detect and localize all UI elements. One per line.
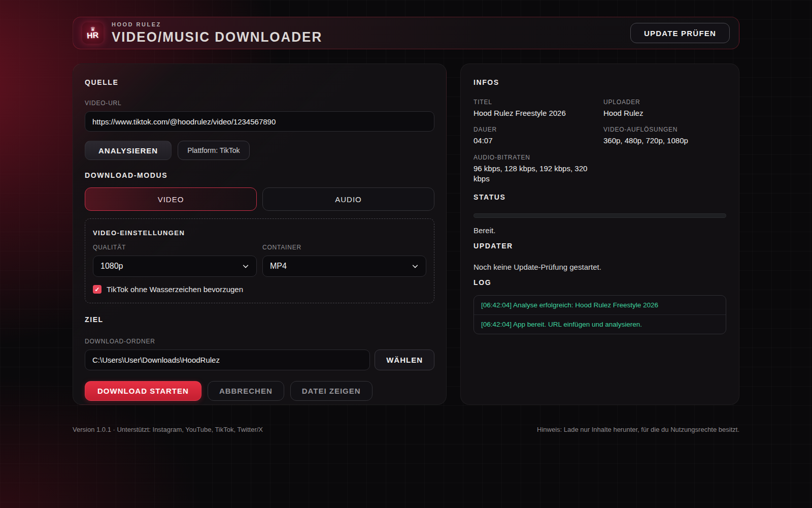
chevron-down-icon bbox=[412, 263, 419, 270]
tab-video[interactable]: VIDEO bbox=[85, 187, 257, 211]
video-url-input[interactable] bbox=[85, 111, 434, 132]
section-title-ziel: ZIEL bbox=[85, 315, 434, 324]
app-title: VIDEO/MUSIC DOWNLOADER bbox=[112, 28, 322, 45]
container-label: CONTAINER bbox=[262, 244, 426, 251]
log-entry: [06:42:04] App bereit. URL einfügen und … bbox=[474, 314, 726, 334]
video-settings-title: VIDEO-EINSTELLUNGEN bbox=[93, 229, 426, 237]
watermark-checkbox-label[interactable]: TikTok ohne Wasserzeichen bevorzugen bbox=[107, 285, 243, 294]
info-label: UPLOADER bbox=[603, 99, 726, 106]
footer: Version 1.0.1 · Unterstützt: Instagram, … bbox=[73, 426, 739, 433]
quality-label: QUALITÄT bbox=[93, 244, 257, 251]
source-panel: QUELLE VIDEO-URL ANALYSIEREN Plattform: … bbox=[73, 64, 447, 405]
brand-name: HOOD RULEZ bbox=[112, 21, 322, 27]
info-field-aufloesungen: VIDEO-AUFLÖSUNGEN 360p, 480p, 720p, 1080… bbox=[603, 126, 726, 146]
download-folder-label: DOWNLOAD-ORDNER bbox=[85, 338, 434, 345]
video-url-label: VIDEO-URL bbox=[85, 100, 434, 107]
log-entry: [06:42:04] Analyse erfolgreich: Hood Rul… bbox=[474, 296, 726, 314]
section-title-download-modus: DOWNLOAD-MODUS bbox=[85, 171, 434, 179]
info-value: 96 kbps, 128 kbps, 192 kbps, 320 kbps bbox=[473, 164, 590, 184]
container-select[interactable]: MP4 bbox=[262, 256, 426, 277]
info-field-dauer: DAUER 04:07 bbox=[473, 126, 603, 146]
container-field: CONTAINER MP4 bbox=[262, 244, 426, 277]
section-title-status: STATUS bbox=[473, 193, 726, 201]
section-title-log: LOG bbox=[473, 278, 726, 287]
show-file-button[interactable]: DATEI ZEIGEN bbox=[290, 381, 373, 401]
start-download-button[interactable]: DOWNLOAD STARTEN bbox=[85, 381, 201, 401]
footer-hint-text: Hinweis: Lade nur Inhalte herunter, für … bbox=[537, 426, 739, 433]
section-title-updater: UPDATER bbox=[473, 242, 726, 250]
info-label: AUDIO-BITRATEN bbox=[473, 154, 603, 161]
mode-tabs: VIDEO AUDIO bbox=[85, 187, 434, 211]
brand-block: HOOD RULEZ VIDEO/MUSIC DOWNLOADER bbox=[112, 21, 322, 45]
platform-badge: Plattform: TikTok bbox=[178, 141, 249, 160]
info-label: VIDEO-AUFLÖSUNGEN bbox=[603, 126, 726, 133]
quality-field: QUALITÄT 1080p bbox=[93, 244, 257, 277]
choose-folder-button[interactable]: WÄHLEN bbox=[375, 350, 434, 370]
app-window: ♛ HR HOOD RULEZ VIDEO/MUSIC DOWNLOADER U… bbox=[73, 0, 739, 433]
hood-rulez-logo: ♛ HR bbox=[82, 22, 104, 44]
quality-select[interactable]: 1080p bbox=[93, 256, 257, 277]
check-icon: ✓ bbox=[94, 286, 99, 293]
section-title-quelle: QUELLE bbox=[85, 78, 434, 86]
download-folder-input[interactable] bbox=[85, 350, 370, 370]
app-header: ♛ HR HOOD RULEZ VIDEO/MUSIC DOWNLOADER U… bbox=[73, 17, 739, 49]
info-field-bitraten: AUDIO-BITRATEN 96 kbps, 128 kbps, 192 kb… bbox=[473, 154, 603, 184]
check-update-button[interactable]: UPDATE PRÜFEN bbox=[630, 23, 730, 43]
info-panel: INFOS TITEL Hood Rulez Freestyle 2026 UP… bbox=[460, 64, 739, 405]
info-value: Hood Rulez Freestyle 2026 bbox=[473, 108, 590, 118]
info-field-titel: TITEL Hood Rulez Freestyle 2026 bbox=[473, 99, 603, 118]
container-selected-value: MP4 bbox=[270, 262, 287, 271]
info-value: 360p, 480p, 720p, 1080p bbox=[603, 136, 720, 146]
info-label: TITEL bbox=[473, 99, 603, 106]
tab-audio[interactable]: AUDIO bbox=[262, 187, 434, 211]
cancel-button[interactable]: ABBRECHEN bbox=[208, 381, 284, 401]
analyze-button[interactable]: ANALYSIEREN bbox=[85, 141, 172, 160]
chevron-down-icon bbox=[242, 263, 249, 270]
progress-bar bbox=[473, 213, 726, 218]
info-value: Hood Rulez bbox=[603, 108, 720, 118]
info-field-uploader: UPLOADER Hood Rulez bbox=[603, 99, 726, 118]
info-value: 04:07 bbox=[473, 136, 590, 146]
watermark-checkbox[interactable]: ✓ bbox=[93, 285, 101, 294]
logo-monogram: HR bbox=[87, 31, 99, 40]
status-text: Bereit. bbox=[473, 226, 726, 235]
info-grid: TITEL Hood Rulez Freestyle 2026 UPLOADER… bbox=[473, 99, 726, 184]
updater-text: Noch keine Update-Prüfung gestartet. bbox=[473, 263, 726, 271]
footer-version-text: Version 1.0.1 · Unterstützt: Instagram, … bbox=[73, 426, 263, 433]
info-label: DAUER bbox=[473, 126, 603, 133]
quality-selected-value: 1080p bbox=[100, 262, 123, 271]
section-title-infos: INFOS bbox=[473, 78, 726, 86]
log-box: [06:42:04] Analyse erfolgreich: Hood Rul… bbox=[473, 295, 726, 334]
video-settings-box: VIDEO-EINSTELLUNGEN QUALITÄT 1080p CONTA… bbox=[85, 218, 434, 303]
